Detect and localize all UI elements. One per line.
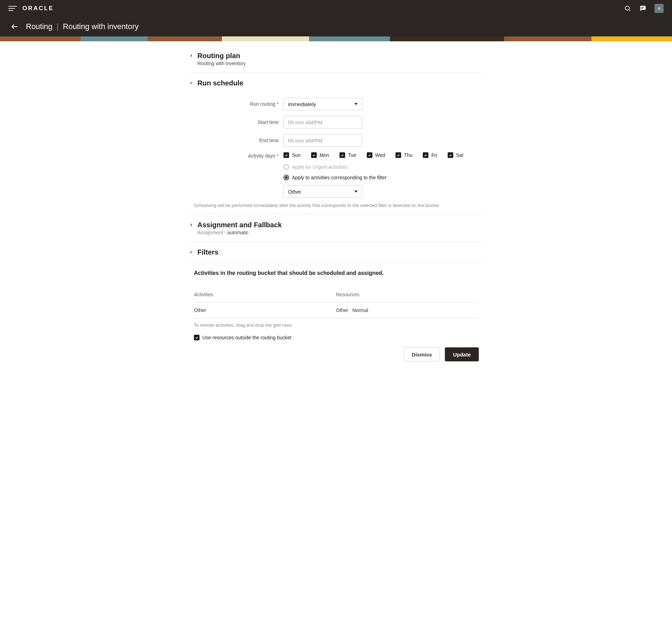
reorder-hint: To reorder activities, drag and drop the…	[194, 323, 483, 328]
filters-grid: Activities Resources Other Other Normal	[194, 287, 478, 318]
breadcrumb-current: Routing with inventory	[63, 22, 139, 31]
section-title: Filters	[197, 248, 218, 256]
section-subtitle: Routing with inventory	[197, 61, 246, 66]
grid-header-row: Activities Resources	[194, 287, 478, 303]
svg-rect-3	[641, 8, 643, 9]
run-routing-label: Run routing *	[189, 101, 284, 107]
hamburger-menu-icon[interactable]	[8, 4, 17, 13]
day-checkbox-sat[interactable]: Sat	[448, 152, 463, 158]
section-title: Routing plan	[197, 52, 246, 60]
top-bar: ORACLE A	[0, 0, 672, 17]
chat-icon[interactable]	[639, 5, 647, 12]
svg-line-1	[629, 10, 630, 11]
end-time-label: End time	[189, 138, 284, 143]
chevron-down-icon	[189, 81, 195, 86]
filter-select[interactable]: Other	[284, 185, 362, 198]
section-assignment: Assignment and Fallback Assignment - aut…	[189, 215, 483, 242]
caret-down-icon	[354, 103, 358, 105]
breadcrumb-parent[interactable]: Routing	[26, 22, 52, 31]
run-routing-select[interactable]: immediately	[284, 98, 362, 110]
breadcrumb-separator: |	[57, 22, 59, 31]
apply-filter-radio[interactable]: Apply to activities corresponding to the…	[284, 175, 483, 180]
oracle-logo: ORACLE	[22, 5, 54, 12]
section-header-run-schedule[interactable]: Run schedule	[189, 79, 483, 87]
chevron-down-icon	[189, 250, 195, 255]
urgent-activities-radio: Apply for Urgent Activities	[284, 164, 483, 170]
day-checkbox-thu[interactable]: Thu	[396, 152, 412, 158]
start-time-input[interactable]	[284, 116, 362, 129]
start-time-label: Start time	[189, 119, 284, 125]
section-header-filters[interactable]: Filters	[189, 248, 483, 263]
chevron-right-icon	[189, 222, 195, 228]
update-button[interactable]: Update	[445, 347, 479, 361]
end-time-input[interactable]	[284, 134, 362, 147]
section-title: Run schedule	[197, 79, 243, 87]
cell-activities: Other	[194, 307, 336, 313]
section-filters: Filters Activities in the routing bucket…	[189, 242, 483, 368]
dismiss-button[interactable]: Dismiss	[404, 347, 440, 361]
schedule-hint: Scheduling will be performed immediately…	[194, 203, 483, 208]
activity-days-label: Activity days *	[189, 152, 284, 159]
section-run-schedule: Run schedule Run routing * immediately S…	[189, 73, 483, 215]
caret-down-icon	[354, 190, 358, 193]
day-checkbox-fri[interactable]: Fri	[423, 152, 437, 158]
col-header-activities: Activities	[194, 292, 336, 297]
day-checkbox-mon[interactable]: Mon	[311, 152, 329, 158]
section-subtitle: Assignment - automatic	[197, 230, 282, 235]
section-title: Assignment and Fallback	[197, 221, 282, 229]
svg-point-0	[625, 6, 629, 10]
grid-data-row[interactable]: Other Other Normal	[194, 303, 478, 318]
col-header-resources: Resources	[336, 292, 478, 297]
avatar[interactable]: A	[654, 4, 664, 13]
section-header-routing-plan[interactable]: Routing plan Routing with inventory	[189, 52, 483, 66]
day-checkbox-sun[interactable]: Sun	[284, 152, 301, 158]
section-header-assignment[interactable]: Assignment and Fallback Assignment - aut…	[189, 221, 483, 235]
search-icon[interactable]	[624, 5, 631, 12]
filters-heading: Activities in the routing bucket that sh…	[194, 270, 483, 276]
svg-rect-2	[641, 7, 644, 8]
day-checkbox-tue[interactable]: Tue	[340, 152, 356, 158]
decorative-pattern-strip	[0, 36, 672, 41]
cell-resources: Other Normal	[336, 307, 478, 313]
outside-bucket-checkbox[interactable]: Use resources outside the routing bucket	[194, 335, 483, 340]
breadcrumb: Routing | Routing with inventory	[26, 22, 139, 31]
sub-header: Routing | Routing with inventory	[0, 17, 672, 36]
section-routing-plan: Routing plan Routing with inventory	[189, 52, 483, 73]
chevron-right-icon	[189, 53, 195, 59]
day-checkbox-wed[interactable]: Wed	[367, 152, 385, 158]
back-arrow-icon[interactable]	[10, 22, 19, 31]
